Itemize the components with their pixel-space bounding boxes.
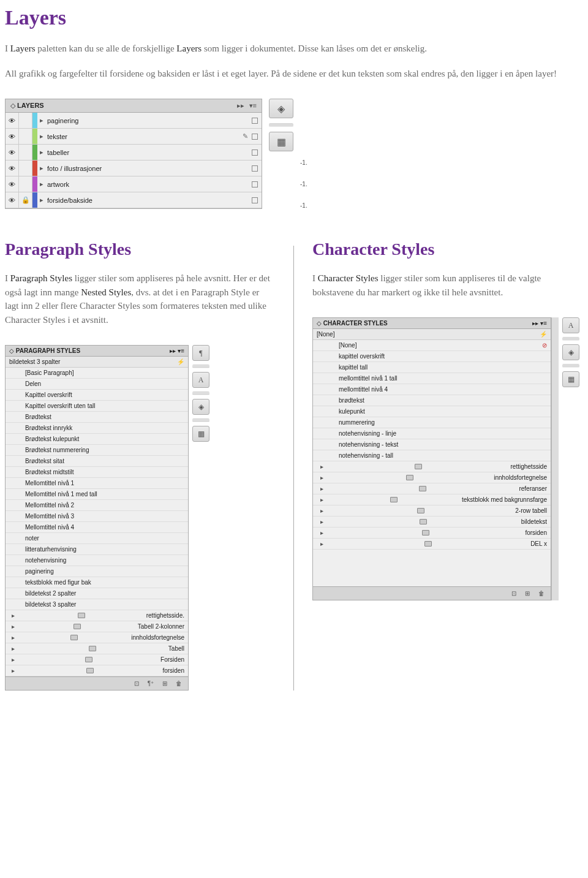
layer-row[interactable]: 👁▸tabeller (6, 145, 262, 161)
disclosure-triangle-icon[interactable]: ▸ (12, 656, 15, 663)
quick-apply-icon[interactable]: ⚡ (540, 331, 547, 338)
selection-box-icon[interactable] (252, 181, 258, 187)
style-folder[interactable]: ▸rettighetsside. (6, 610, 188, 621)
disclosure-triangle-icon[interactable]: ▸ (40, 132, 43, 140)
style-item[interactable]: Brødtekst nummerering (6, 445, 188, 456)
style-folder[interactable]: ▸Tabell (6, 643, 188, 654)
layer-row[interactable]: 👁▸tekster✎ (6, 129, 262, 145)
visibility-toggle-icon[interactable]: 👁 (6, 113, 19, 128)
para-current-style[interactable]: bildetekst 3 spalter ⚡ (6, 357, 188, 368)
style-item[interactable]: Brødtekst midtstilt (6, 467, 188, 478)
clear-overrides-icon[interactable]: ⊡ (134, 680, 139, 687)
style-item[interactable]: Brødtekst innrykk (6, 423, 188, 434)
disclosure-triangle-icon[interactable]: ▸ (40, 148, 43, 156)
dock-char-icon[interactable]: A (562, 317, 579, 333)
new-group-icon[interactable]: ¶⁺ (148, 680, 154, 687)
disclosure-triangle-icon[interactable]: ▸ (40, 164, 43, 172)
disclosure-triangle-icon[interactable]: ▸ (12, 623, 15, 630)
fast-forward-icon[interactable]: ▸▸ (237, 102, 244, 110)
style-item[interactable]: Mellomtittel nivå 3 (6, 511, 188, 522)
style-item[interactable]: Mellomtittel nivå 4 (6, 522, 188, 533)
selection-box-icon[interactable] (252, 134, 258, 140)
lock-toggle-icon[interactable] (19, 129, 32, 144)
selection-box-icon[interactable] (252, 118, 258, 124)
style-folder[interactable]: ▸innholdsfortegnelse (6, 632, 188, 643)
selection-box-icon[interactable] (252, 197, 258, 203)
char-current-style[interactable]: [None] ⚡ (313, 329, 551, 340)
visibility-toggle-icon[interactable]: 👁 (6, 176, 19, 192)
style-item[interactable]: Brødtekst (6, 412, 188, 423)
dock-grid-icon[interactable]: ▦ (562, 371, 579, 387)
style-item[interactable]: notehenvisning - linje (313, 428, 551, 439)
style-item[interactable]: Delen (6, 379, 188, 390)
fast-forward-icon[interactable]: ▸▸ (532, 320, 538, 327)
para-panel-header[interactable]: ◇ PARAGRAPH STYLES ▸▸ ▾≡ (6, 346, 188, 357)
disclosure-triangle-icon[interactable]: ▸ (320, 518, 323, 525)
style-item[interactable]: [Basic Paragraph] (6, 368, 188, 379)
style-folder[interactable]: ▸tekstblokk med bakgrunnsfarge (313, 494, 551, 505)
style-item[interactable]: notehenvisning - tall (313, 450, 551, 461)
disclosure-triangle-icon[interactable]: ▸ (320, 507, 323, 514)
style-item[interactable]: mellomtittel nivå 4 (313, 384, 551, 395)
style-item[interactable]: Brødtekst sitat (6, 456, 188, 467)
dock-para-icon[interactable]: ¶ (192, 345, 209, 361)
style-item[interactable]: paginering (6, 566, 188, 577)
style-item[interactable]: Kapittel overskrift (6, 390, 188, 401)
disclosure-triangle-icon[interactable]: ▸ (40, 116, 43, 124)
disclosure-triangle-icon[interactable]: ▸ (12, 645, 15, 652)
style-item[interactable]: kapittel overskrift (313, 351, 551, 362)
dock-grid-icon[interactable]: ▦ (269, 132, 293, 151)
dock-grid-icon[interactable]: ▦ (192, 426, 209, 442)
style-item[interactable]: nummerering (313, 417, 551, 428)
trash-icon[interactable]: 🗑 (538, 590, 545, 597)
dock-swatch-icon[interactable]: ◈ (562, 344, 579, 360)
disclosure-triangle-icon[interactable]: ▸ (320, 463, 323, 470)
style-folder[interactable]: ▸forsiden (6, 665, 188, 676)
style-folder[interactable]: ▸referanser (313, 483, 551, 494)
style-folder[interactable]: ▸forsiden (313, 528, 551, 539)
layer-row[interactable]: 👁▸foto / illustrasjoner (6, 161, 262, 176)
style-item[interactable]: notehenvisning (6, 555, 188, 566)
layer-row[interactable]: 👁🔒▸forside/bakside (6, 192, 262, 208)
selection-box-icon[interactable] (252, 165, 258, 172)
style-item[interactable]: mellomtittel nivå 1 tall (313, 373, 551, 384)
style-item[interactable]: tekstblokk med figur bak (6, 577, 188, 588)
style-item[interactable]: bildetekst 2 spalter (6, 588, 188, 599)
clear-overrides-icon[interactable]: ⊡ (511, 590, 516, 597)
fast-forward-icon[interactable]: ▸▸ (170, 347, 176, 354)
style-item[interactable]: [None]⊘ (313, 340, 551, 351)
style-item[interactable]: kulepunkt (313, 406, 551, 417)
style-item[interactable]: Mellomtittel nivå 1 (6, 478, 188, 489)
style-folder[interactable]: ▸Tabell 2-kolonner (6, 621, 188, 632)
style-item[interactable]: brødtekst (313, 395, 551, 406)
lock-toggle-icon[interactable]: 🔒 (19, 192, 32, 208)
style-folder[interactable]: ▸rettighetsside (313, 461, 551, 472)
style-folder[interactable]: ▸innholdsfortegnelse (313, 472, 551, 483)
visibility-toggle-icon[interactable]: 👁 (6, 192, 19, 208)
disclosure-triangle-icon[interactable]: ▸ (12, 667, 15, 674)
style-item[interactable]: Brødtekst kulepunkt (6, 434, 188, 445)
trash-icon[interactable]: 🗑 (176, 680, 182, 687)
style-item[interactable]: kapittel tall (313, 362, 551, 373)
selection-box-icon[interactable] (252, 149, 258, 156)
disclosure-triangle-icon[interactable]: ▸ (320, 496, 323, 503)
style-item[interactable]: bildetekst 3 spalter (6, 599, 188, 610)
dock-layers-icon[interactable]: ◈ (269, 99, 293, 118)
panel-menu-icon[interactable]: ▾≡ (249, 102, 257, 110)
style-item[interactable]: Mellomtittel nivå 2 (6, 500, 188, 511)
panel-menu-icon[interactable]: ▾≡ (178, 347, 184, 354)
style-folder[interactable]: ▸Forsiden (6, 654, 188, 665)
char-panel-header[interactable]: ◇ CHARACTER STYLES ▸▸ ▾≡ (313, 318, 551, 329)
visibility-toggle-icon[interactable]: 👁 (6, 129, 19, 144)
layers-panel-tab[interactable]: ◇ LAYERS ▸▸▾≡ (6, 99, 262, 113)
style-folder[interactable]: ▸2-row tabell (313, 505, 551, 517)
dock-char-icon[interactable]: A (192, 372, 209, 388)
style-item[interactable]: notehenvisning - tekst (313, 439, 551, 450)
disclosure-triangle-icon[interactable]: ▸ (12, 634, 15, 641)
panel-menu-icon[interactable]: ▾≡ (540, 320, 547, 327)
lock-toggle-icon[interactable] (19, 176, 32, 192)
new-style-icon[interactable]: ⊞ (525, 590, 530, 597)
disclosure-triangle-icon[interactable]: ▸ (320, 529, 323, 536)
scrollbar[interactable] (551, 317, 559, 600)
lock-toggle-icon[interactable] (19, 113, 32, 128)
